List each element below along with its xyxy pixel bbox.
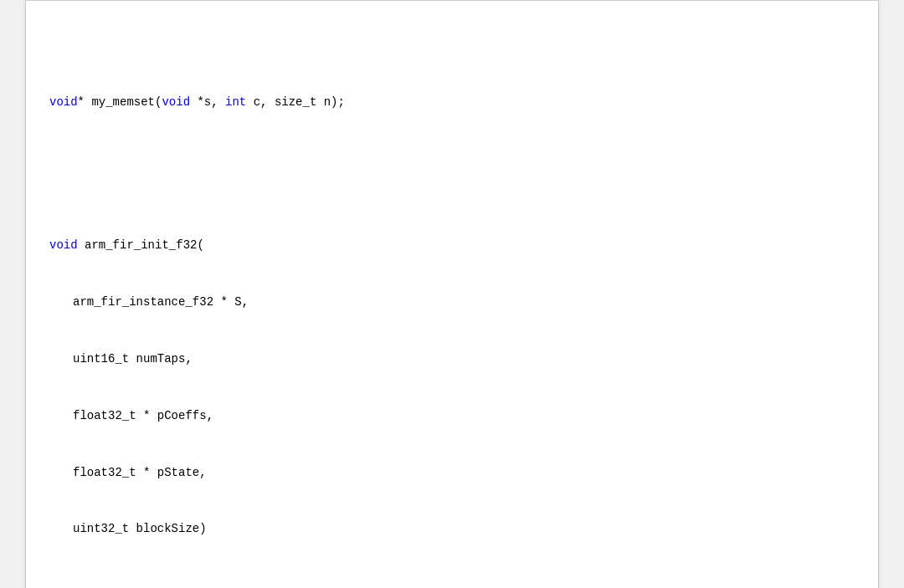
line-param1: arm_fir_instance_f32 * S, <box>34 293 861 312</box>
spacer <box>34 409 46 426</box>
spacer <box>34 352 46 369</box>
line-param2: uint16_t numTaps, <box>34 350 861 369</box>
line-param4: float32_t * pState, <box>34 463 861 483</box>
line-void-memset-decl: void* my_memset(void *s, int c, size_t n… <box>34 93 861 112</box>
code-block: void* my_memset(void *s, int c, size_t n… <box>34 18 861 588</box>
spacer <box>34 238 46 255</box>
spacer <box>34 466 46 483</box>
line-param5: uint32_t blockSize) <box>34 519 861 539</box>
code-text: uint16_t numTaps, <box>73 350 193 369</box>
spacer <box>34 522 46 539</box>
code-text: void arm_fir_init_f32( <box>49 236 204 255</box>
spacer <box>34 95 46 112</box>
code-text: float32_t * pState, <box>73 463 207 483</box>
line-arm-fir-init: void arm_fir_init_f32( <box>34 236 861 255</box>
line-param3: float32_t * pCoeffs, <box>34 406 861 426</box>
spacer <box>34 295 46 312</box>
code-text: void* my_memset(void *s, int c, size_t n… <box>49 93 345 112</box>
code-text: arm_fir_instance_f32 * S, <box>73 293 249 312</box>
code-container: void* my_memset(void *s, int c, size_t n… <box>25 0 879 588</box>
code-text: float32_t * pCoeffs, <box>73 406 213 426</box>
code-text: uint32_t blockSize) <box>73 519 207 539</box>
